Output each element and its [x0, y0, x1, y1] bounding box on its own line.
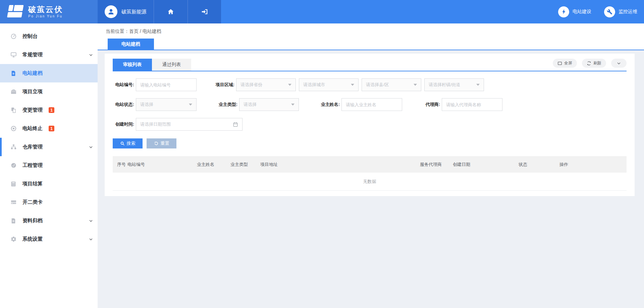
chevron-down-icon [616, 61, 621, 66]
mode-monitor-ops[interactable]: 监控运维 [604, 6, 637, 17]
search-button[interactable]: 搜索 [113, 138, 143, 148]
brand-logo: 破茧云伏 Po Jian Yun Fu [0, 0, 98, 23]
city-select[interactable]: 请选择城市 [299, 78, 359, 91]
chevron-down-icon [89, 219, 93, 223]
tab-passed-list[interactable]: 通过列表 [152, 59, 191, 71]
sidebar-item-data-archive[interactable]: 资料归档 [0, 211, 98, 230]
lightning-icon [558, 6, 569, 17]
file-archive-icon [10, 218, 17, 224]
sidebar-item-project-settlement[interactable]: 项目结算 [0, 175, 98, 193]
top-bar-right: 电站建设 监控运维 [221, 0, 644, 23]
calendar-icon [233, 122, 238, 127]
gear-icon [10, 236, 17, 243]
owner-name-input[interactable] [341, 98, 402, 111]
refresh-button[interactable]: 刷新 [582, 59, 606, 68]
monitor-icon [10, 52, 17, 58]
user-name: 破茧新能源 [121, 9, 147, 15]
breadcrumb: 当前位置：首页 / 电站建档 [106, 28, 644, 35]
caret-down-icon [291, 104, 294, 106]
county-select[interactable]: 请选择县/区 [362, 78, 421, 91]
mode-monitor-ops-label: 监控运维 [619, 9, 637, 15]
breadcrumb-bar: 当前位置：首页 / 电站建档 电站建档 [98, 23, 644, 50]
agent-input[interactable] [442, 98, 502, 111]
agent-label: 代理商: [419, 102, 440, 108]
sidebar-scroll-indicator [0, 138, 2, 156]
sidebar-item-system-settings[interactable]: 系统设置 [0, 230, 98, 248]
col-service-agent: 服务代理商 [420, 162, 453, 168]
station-archive-panel: 审核列表 通过列表 全屏 刷新 [105, 54, 635, 196]
owner-type-label: 业主类型: [216, 102, 237, 108]
filter-row-1: 电站编号: 项目区域: 请选择省份 请选择城市 请选择县/区 请选择村镇/街道 [113, 78, 627, 91]
mode-station-build-label: 电站建设 [573, 9, 591, 15]
logout-button[interactable] [187, 0, 221, 23]
sidebar-item-engineering-mgmt[interactable]: 工程管理 [0, 156, 98, 175]
station-status-select[interactable]: 请选择 [136, 98, 197, 111]
document-icon [10, 70, 17, 77]
change-mgmt-badge: 1 [49, 107, 54, 113]
sidebar-item-open-class2-card[interactable]: 开二类卡 [0, 193, 98, 211]
owner-name-label: 业主姓名: [318, 102, 340, 108]
reset-button[interactable]: 重置 [147, 138, 176, 148]
col-project-address: 项目地址 [260, 162, 420, 168]
org-tree-icon [10, 144, 17, 150]
refresh-icon [587, 61, 591, 66]
region-label: 项目区域: [213, 82, 234, 88]
owner-type-select[interactable]: 请选择 [239, 98, 299, 111]
filter-actions: 搜索 重置 [113, 138, 627, 148]
sidebar-item-warehouse-mgmt[interactable]: 仓库管理 [0, 138, 98, 156]
wrench-icon [604, 6, 615, 17]
fullscreen-button[interactable]: 全屏 [553, 59, 577, 68]
station-status-label: 电站状态: [113, 102, 134, 108]
panel-toolbar: 全屏 刷新 [553, 59, 627, 68]
sidebar-item-console[interactable]: 控制台 [0, 27, 98, 46]
user-menu[interactable]: 破茧新能源 [98, 0, 154, 23]
col-status: 状态 [519, 162, 559, 168]
user-icon [107, 8, 115, 16]
dashboard-icon [10, 33, 17, 40]
sidebar-item-station-termination[interactable]: 电站终止 1 [0, 119, 98, 138]
province-select[interactable]: 请选择省份 [236, 78, 296, 91]
col-station-no: 电站编号 [127, 162, 197, 168]
sidebar-item-general-mgmt[interactable]: 常规管理 [0, 46, 98, 64]
gauge-icon [10, 162, 17, 169]
col-seq: 序号 [117, 162, 127, 168]
caret-down-icon [414, 84, 417, 86]
created-time-label: 创建时间: [113, 121, 134, 127]
village-select[interactable]: 请选择村镇/街道 [424, 78, 484, 91]
cards-icon [10, 199, 17, 206]
mode-station-build[interactable]: 电站建设 [558, 6, 591, 17]
home-button[interactable] [154, 0, 187, 23]
date-range-picker[interactable]: 请选择日期范围 [136, 118, 243, 131]
chevron-down-icon [89, 237, 93, 242]
brand-mark-icon [7, 5, 24, 18]
content-area: 审核列表 通过列表 全屏 刷新 [98, 50, 644, 196]
chevron-down-icon [89, 53, 93, 57]
fullscreen-icon [557, 61, 562, 66]
brand-subtitle: Po Jian Yun Fu [28, 14, 63, 18]
sidebar-item-change-mgmt[interactable]: 变更管理 1 [0, 101, 98, 119]
station-termination-badge: 1 [49, 126, 54, 131]
station-no-input[interactable] [136, 78, 197, 91]
sidebar-item-project-initiation[interactable]: 项目立项 [0, 82, 98, 101]
caret-down-icon [476, 84, 480, 86]
sidebar-item-station-archive[interactable]: 电站建档 [0, 64, 98, 82]
main-area: 当前位置：首页 / 电站建档 电站建档 审核列表 通过列表 全屏 刷新 [98, 23, 644, 308]
sidebar: 控制台 常规管理 电站建档 项目立项 [0, 23, 98, 308]
table-header-row: 序号 电站编号 业主姓名 业主类型 项目地址 服务代理商 创建日期 状态 操作 [113, 156, 627, 173]
col-actions: 操作 [559, 162, 627, 168]
pages-icon [10, 107, 17, 114]
tab-review-list[interactable]: 审核列表 [113, 59, 152, 71]
search-icon [120, 141, 125, 146]
station-no-label: 电站编号: [113, 82, 134, 88]
collapse-button[interactable] [611, 59, 627, 68]
caret-down-icon [288, 84, 291, 86]
calculator-icon [10, 181, 17, 187]
top-bar: 破茧云伏 Po Jian Yun Fu 破茧新能源 电站建设 监控运维 [0, 0, 644, 23]
brand-title: 破茧云伏 [28, 5, 63, 14]
page-tab-station-archive[interactable]: 电站建档 [108, 39, 154, 50]
reset-icon [154, 141, 159, 146]
tabs-row: 审核列表 通过列表 全屏 刷新 [113, 59, 627, 71]
empty-state: 无数据 [113, 173, 627, 191]
filter-row-3: 创建时间: 请选择日期范围 [113, 118, 627, 131]
caret-down-icon [189, 104, 192, 106]
